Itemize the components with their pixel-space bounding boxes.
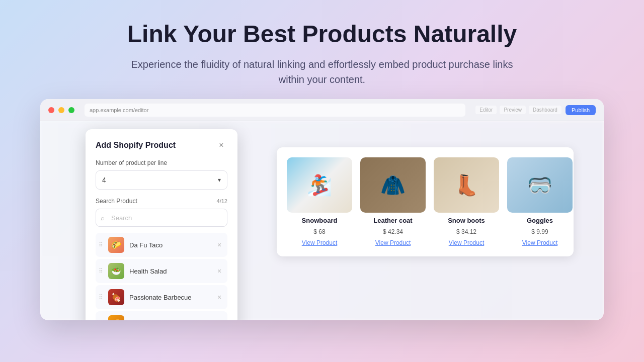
browser-url-bar: app.example.com/editor [85, 104, 465, 117]
browser-bar: app.example.com/editor Editor Preview Da… [40, 99, 604, 121]
product-card-name: Snow boots [448, 217, 485, 224]
drag-handle-icon[interactable]: ⠿ [99, 241, 103, 248]
search-count-badge: 4/12 [217, 198, 227, 204]
product-list-item: ⠿ 🥗 Health Salad × [96, 259, 227, 283]
product-list: ⠿ 🌮 Da Fu Taco × ⠿ 🥗 Health Salad × ⠿ 🍖 … [96, 233, 227, 320]
browser-nav-editor[interactable]: Editor [475, 106, 497, 114]
hero-title: Link Your Best Products Naturally [126, 20, 518, 48]
product-name: Health Salad [129, 267, 209, 275]
number-per-line-select[interactable]: 4 ▾ [96, 170, 227, 190]
browser-nav-dashboard[interactable]: Dashboard [529, 106, 561, 114]
product-card-price: $ 34.12 [456, 228, 476, 235]
browser-dot-green [68, 107, 74, 113]
product-remove-button[interactable]: × [214, 318, 224, 320]
product-list-item: ⠿ 🍖 Passionate Barbecue × [96, 285, 227, 309]
browser-dot-red [48, 107, 54, 113]
product-card: 🧥 Leather coat $ 42.34 View Product [360, 157, 426, 246]
product-thumbnail: 🍕 [108, 315, 124, 320]
browser-content: Add Shopify Product × Number of product … [40, 121, 604, 320]
product-remove-button[interactable]: × [214, 240, 224, 250]
product-list-item: ⠿ 🌮 Da Fu Taco × [96, 233, 227, 257]
product-name: Delicious Pizza [129, 320, 209, 321]
product-card-price: $ 42.34 [383, 228, 403, 235]
product-remove-button[interactable]: × [214, 292, 224, 302]
product-thumbnail: 🍖 [108, 289, 124, 305]
product-card-name: Goggles [527, 217, 553, 224]
product-name: Passionate Barbecue [129, 294, 209, 301]
modal-close-button[interactable]: × [215, 139, 227, 151]
browser-nav: Editor Preview Dashboard [475, 106, 561, 114]
product-card-image: 👢 [434, 157, 499, 213]
browser-mockup: app.example.com/editor Editor Preview Da… [40, 99, 604, 320]
add-shopify-product-modal: Add Shopify Product × Number of product … [86, 129, 237, 320]
product-card-view-link[interactable]: View Product [375, 239, 411, 246]
browser-publish-button[interactable]: Publish [566, 105, 596, 115]
modal-title: Add Shopify Product [96, 141, 176, 150]
product-card-view-link[interactable]: View Product [449, 239, 484, 246]
product-card-view-link[interactable]: View Product [302, 239, 337, 246]
search-section-header: Search Product 4/12 [96, 198, 227, 205]
product-card-price: $ 9.99 [531, 228, 548, 235]
product-card: 🏂 Snowboard $ 68 View Product [287, 157, 352, 246]
product-card: 👢 Snow boots $ 34.12 View Product [434, 157, 499, 246]
product-card-image: 🏂 [287, 157, 352, 213]
product-card-image: 🧥 [360, 157, 426, 213]
number-per-line-select-wrapper: 4 ▾ [96, 170, 227, 190]
browser-url-text: app.example.com/editor [90, 107, 148, 113]
chevron-down-icon: ▾ [218, 176, 221, 184]
search-product-label: Search Product [96, 198, 137, 205]
product-remove-button[interactable]: × [214, 266, 224, 276]
product-list-item: ⠿ 🍕 Delicious Pizza × [96, 311, 227, 320]
product-card-image: 🥽 [507, 157, 573, 213]
hero-subtitle: Experience the fluidity of natural linki… [126, 57, 518, 87]
search-input-wrapper: ⌕ [96, 209, 227, 227]
search-input[interactable] [96, 209, 227, 227]
product-card-view-link[interactable]: View Product [522, 239, 557, 246]
drag-handle-icon[interactable]: ⠿ [99, 267, 103, 275]
product-card-price: $ 68 [313, 228, 325, 235]
drag-handle-icon[interactable]: ⠿ [99, 294, 103, 301]
number-per-line-label: Number of product per line [96, 159, 227, 166]
hero-section: Link Your Best Products Naturally Experi… [116, 0, 528, 99]
number-per-line-value: 4 [102, 176, 106, 184]
drag-handle-icon[interactable]: ⠿ [99, 320, 103, 320]
search-icon: ⌕ [101, 214, 105, 222]
product-card-name: Leather coat [373, 217, 412, 224]
product-thumbnail: 🥗 [108, 263, 124, 279]
products-preview-panel: 🏂 Snowboard $ 68 View Product 🧥 Leather … [277, 147, 574, 256]
browser-nav-preview[interactable]: Preview [500, 106, 526, 114]
product-thumbnail: 🌮 [108, 237, 124, 253]
product-card: 🥽 Goggles $ 9.99 View Product [507, 157, 573, 246]
product-card-name: Snowboard [302, 217, 338, 224]
modal-header: Add Shopify Product × [96, 139, 227, 151]
product-name: Da Fu Taco [129, 241, 209, 249]
browser-dot-yellow [58, 107, 64, 113]
